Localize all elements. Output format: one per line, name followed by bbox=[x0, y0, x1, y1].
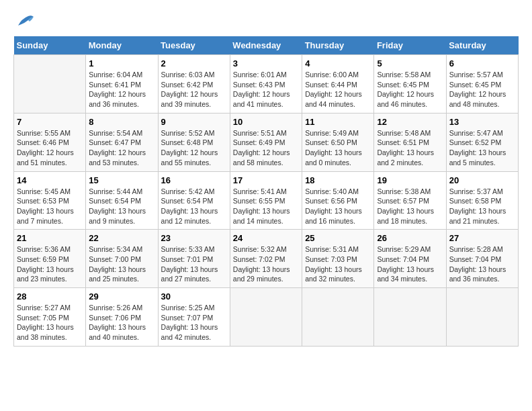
day-info: Sunrise: 5:41 AM Sunset: 6:55 PM Dayligh… bbox=[233, 187, 299, 226]
day-info: Sunrise: 6:04 AM Sunset: 6:41 PM Dayligh… bbox=[89, 70, 154, 109]
day-info: Sunrise: 5:55 AM Sunset: 6:46 PM Dayligh… bbox=[17, 128, 83, 168]
calendar-cell: 13Sunrise: 5:47 AM Sunset: 6:52 PM Dayli… bbox=[446, 113, 518, 171]
day-number: 7 bbox=[17, 117, 83, 127]
day-info: Sunrise: 5:26 AM Sunset: 7:06 PM Dayligh… bbox=[89, 303, 154, 342]
calendar-header-row: SundayMondayTuesdayWednesdayThursdayFrid… bbox=[14, 36, 519, 55]
calendar-header-thursday: Thursday bbox=[302, 36, 374, 55]
calendar-cell: 26Sunrise: 5:29 AM Sunset: 7:04 PM Dayli… bbox=[374, 230, 446, 288]
calendar-cell: 14Sunrise: 5:45 AM Sunset: 6:53 PM Dayli… bbox=[14, 171, 86, 230]
calendar-cell: 18Sunrise: 5:40 AM Sunset: 6:56 PM Dayli… bbox=[302, 171, 374, 230]
day-info: Sunrise: 5:34 AM Sunset: 7:00 PM Dayligh… bbox=[89, 244, 154, 284]
calendar-cell: 19Sunrise: 5:38 AM Sunset: 6:57 PM Dayli… bbox=[374, 171, 446, 230]
logo bbox=[13, 13, 35, 30]
day-number: 10 bbox=[233, 117, 299, 127]
day-info: Sunrise: 5:52 AM Sunset: 6:48 PM Dayligh… bbox=[161, 128, 227, 168]
day-info: Sunrise: 5:57 AM Sunset: 6:45 PM Dayligh… bbox=[449, 70, 515, 109]
calendar-cell: 28Sunrise: 5:27 AM Sunset: 7:05 PM Dayli… bbox=[14, 288, 86, 347]
day-number: 18 bbox=[305, 175, 371, 185]
day-number: 4 bbox=[305, 58, 371, 68]
page-header bbox=[13, 13, 519, 30]
calendar-header-tuesday: Tuesday bbox=[158, 36, 230, 55]
calendar-cell bbox=[302, 288, 374, 347]
calendar-cell: 9Sunrise: 5:52 AM Sunset: 6:48 PM Daylig… bbox=[158, 113, 230, 171]
calendar-cell: 17Sunrise: 5:41 AM Sunset: 6:55 PM Dayli… bbox=[230, 171, 302, 230]
day-info: Sunrise: 5:28 AM Sunset: 7:04 PM Dayligh… bbox=[449, 244, 515, 284]
calendar-week-row: 1Sunrise: 6:04 AM Sunset: 6:41 PM Daylig… bbox=[14, 55, 519, 113]
calendar-header-wednesday: Wednesday bbox=[230, 36, 302, 55]
day-number: 13 bbox=[449, 117, 515, 127]
day-number: 6 bbox=[449, 58, 515, 68]
day-info: Sunrise: 6:03 AM Sunset: 6:42 PM Dayligh… bbox=[161, 70, 227, 109]
calendar-cell: 23Sunrise: 5:33 AM Sunset: 7:01 PM Dayli… bbox=[158, 230, 230, 288]
calendar-cell: 20Sunrise: 5:37 AM Sunset: 6:58 PM Dayli… bbox=[446, 171, 518, 230]
day-number: 20 bbox=[449, 175, 515, 185]
calendar-cell: 7Sunrise: 5:55 AM Sunset: 6:46 PM Daylig… bbox=[14, 113, 86, 171]
day-number: 14 bbox=[17, 175, 83, 185]
calendar-header-friday: Friday bbox=[374, 36, 446, 55]
day-info: Sunrise: 5:33 AM Sunset: 7:01 PM Dayligh… bbox=[161, 244, 227, 284]
day-number: 19 bbox=[377, 175, 443, 185]
day-number: 11 bbox=[305, 117, 371, 127]
calendar-cell bbox=[230, 288, 302, 347]
day-info: Sunrise: 5:49 AM Sunset: 6:50 PM Dayligh… bbox=[305, 128, 371, 168]
day-info: Sunrise: 5:54 AM Sunset: 6:47 PM Dayligh… bbox=[89, 128, 154, 168]
calendar-cell bbox=[374, 288, 446, 347]
calendar-week-row: 7Sunrise: 5:55 AM Sunset: 6:46 PM Daylig… bbox=[14, 113, 519, 171]
calendar-cell: 24Sunrise: 5:32 AM Sunset: 7:02 PM Dayli… bbox=[230, 230, 302, 288]
day-info: Sunrise: 6:01 AM Sunset: 6:43 PM Dayligh… bbox=[233, 70, 299, 109]
day-number: 27 bbox=[449, 233, 515, 243]
day-number: 28 bbox=[17, 291, 83, 302]
calendar-cell: 29Sunrise: 5:26 AM Sunset: 7:06 PM Dayli… bbox=[86, 288, 158, 347]
day-info: Sunrise: 5:42 AM Sunset: 6:54 PM Dayligh… bbox=[161, 187, 227, 226]
day-number: 25 bbox=[305, 233, 371, 243]
day-number: 26 bbox=[377, 233, 443, 243]
calendar-cell: 1Sunrise: 6:04 AM Sunset: 6:41 PM Daylig… bbox=[86, 55, 158, 113]
calendar-cell: 30Sunrise: 5:25 AM Sunset: 7:07 PM Dayli… bbox=[158, 288, 230, 347]
day-number: 21 bbox=[17, 233, 83, 243]
calendar-cell: 10Sunrise: 5:51 AM Sunset: 6:49 PM Dayli… bbox=[230, 113, 302, 171]
day-info: Sunrise: 5:37 AM Sunset: 6:58 PM Dayligh… bbox=[449, 187, 515, 226]
calendar-cell: 5Sunrise: 5:58 AM Sunset: 6:45 PM Daylig… bbox=[374, 55, 446, 113]
day-number: 24 bbox=[233, 233, 299, 243]
calendar-cell bbox=[446, 288, 518, 347]
calendar-header-saturday: Saturday bbox=[446, 36, 518, 55]
day-number: 5 bbox=[377, 58, 443, 68]
calendar-cell: 21Sunrise: 5:36 AM Sunset: 6:59 PM Dayli… bbox=[14, 230, 86, 288]
day-info: Sunrise: 5:58 AM Sunset: 6:45 PM Dayligh… bbox=[377, 70, 443, 109]
calendar-cell: 3Sunrise: 6:01 AM Sunset: 6:43 PM Daylig… bbox=[230, 55, 302, 113]
day-number: 1 bbox=[89, 58, 154, 68]
day-number: 9 bbox=[161, 117, 227, 127]
calendar-week-row: 21Sunrise: 5:36 AM Sunset: 6:59 PM Dayli… bbox=[14, 230, 519, 288]
day-info: Sunrise: 5:48 AM Sunset: 6:51 PM Dayligh… bbox=[377, 128, 443, 168]
day-info: Sunrise: 5:32 AM Sunset: 7:02 PM Dayligh… bbox=[233, 244, 299, 284]
day-number: 29 bbox=[89, 291, 154, 302]
calendar-cell: 15Sunrise: 5:44 AM Sunset: 6:54 PM Dayli… bbox=[86, 171, 158, 230]
calendar-cell: 2Sunrise: 6:03 AM Sunset: 6:42 PM Daylig… bbox=[158, 55, 230, 113]
calendar-cell: 25Sunrise: 5:31 AM Sunset: 7:03 PM Dayli… bbox=[302, 230, 374, 288]
day-info: Sunrise: 5:47 AM Sunset: 6:52 PM Dayligh… bbox=[449, 128, 515, 168]
day-number: 22 bbox=[89, 233, 154, 243]
calendar-table: SundayMondayTuesdayWednesdayThursdayFrid… bbox=[13, 36, 519, 347]
day-info: Sunrise: 5:51 AM Sunset: 6:49 PM Dayligh… bbox=[233, 128, 299, 168]
day-number: 8 bbox=[89, 117, 154, 127]
day-info: Sunrise: 5:44 AM Sunset: 6:54 PM Dayligh… bbox=[89, 187, 154, 226]
day-info: Sunrise: 5:36 AM Sunset: 6:59 PM Dayligh… bbox=[17, 244, 83, 284]
calendar-week-row: 28Sunrise: 5:27 AM Sunset: 7:05 PM Dayli… bbox=[14, 288, 519, 347]
calendar-cell: 11Sunrise: 5:49 AM Sunset: 6:50 PM Dayli… bbox=[302, 113, 374, 171]
calendar-cell: 22Sunrise: 5:34 AM Sunset: 7:00 PM Dayli… bbox=[86, 230, 158, 288]
day-info: Sunrise: 5:31 AM Sunset: 7:03 PM Dayligh… bbox=[305, 244, 371, 284]
calendar-cell: 6Sunrise: 5:57 AM Sunset: 6:45 PM Daylig… bbox=[446, 55, 518, 113]
calendar-cell: 16Sunrise: 5:42 AM Sunset: 6:54 PM Dayli… bbox=[158, 171, 230, 230]
calendar-week-row: 14Sunrise: 5:45 AM Sunset: 6:53 PM Dayli… bbox=[14, 171, 519, 230]
day-number: 23 bbox=[161, 233, 227, 243]
calendar-cell bbox=[14, 55, 86, 113]
day-number: 15 bbox=[89, 175, 154, 185]
day-number: 16 bbox=[161, 175, 227, 185]
calendar-cell: 12Sunrise: 5:48 AM Sunset: 6:51 PM Dayli… bbox=[374, 113, 446, 171]
day-info: Sunrise: 6:00 AM Sunset: 6:44 PM Dayligh… bbox=[305, 70, 371, 109]
day-info: Sunrise: 5:38 AM Sunset: 6:57 PM Dayligh… bbox=[377, 187, 443, 226]
logo-bird-icon bbox=[15, 13, 35, 30]
day-number: 17 bbox=[233, 175, 299, 185]
day-info: Sunrise: 5:29 AM Sunset: 7:04 PM Dayligh… bbox=[377, 244, 443, 284]
day-info: Sunrise: 5:45 AM Sunset: 6:53 PM Dayligh… bbox=[17, 187, 83, 226]
